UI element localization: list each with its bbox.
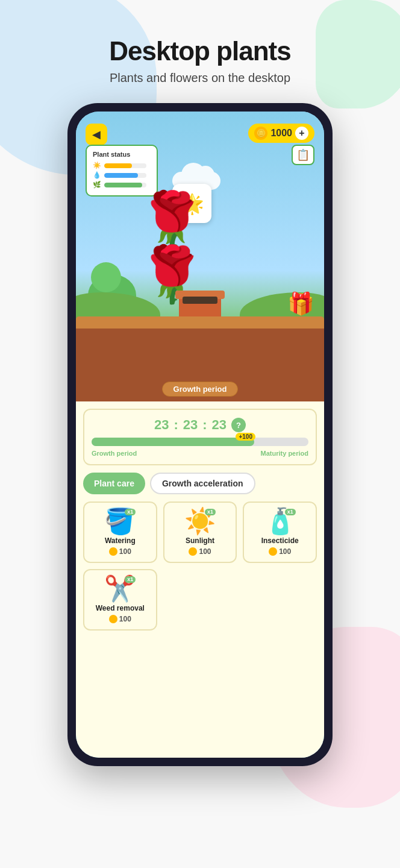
growth-period-label: Growth period bbox=[162, 382, 239, 397]
plant-container: 🌹🌹 bbox=[138, 193, 262, 329]
watering-name: Watering bbox=[105, 536, 136, 545]
items-grid: 🪣 x1 Watering 100 ☀️ x1 Sunlight bbox=[83, 502, 317, 563]
plant-bar-bg bbox=[104, 183, 146, 187]
list-icon[interactable]: 📋 bbox=[292, 145, 314, 165]
insecticide-price: 100 bbox=[269, 547, 291, 556]
help-button[interactable]: ? bbox=[231, 418, 246, 432]
water-bar-bg bbox=[104, 173, 146, 178]
insecticide-price-value: 100 bbox=[279, 547, 291, 556]
watering-badge: x1 bbox=[125, 509, 136, 515]
sun-bar-bg bbox=[104, 163, 146, 168]
back-icon: ◀ bbox=[92, 128, 101, 141]
item-sunlight[interactable]: ☀️ x1 Sunlight 100 bbox=[163, 502, 237, 563]
item-insecticide[interactable]: 🧴 x1 Insecticide 100 bbox=[243, 502, 317, 563]
tab-plant-care[interactable]: Plant care bbox=[83, 473, 145, 494]
insecticide-icon-container: 🧴 x1 bbox=[264, 509, 296, 534]
sunlight-coin-icon bbox=[189, 547, 197, 556]
status-row-plant: 🌿 bbox=[93, 181, 151, 189]
timer-hours: 23 bbox=[154, 417, 169, 433]
sun-status-icon: ☀️ bbox=[93, 162, 101, 169]
back-button[interactable]: ◀ bbox=[86, 124, 107, 145]
progress-bar-container: +100 bbox=[92, 438, 308, 446]
bottom-panel: 23 : 23 : 23 ? +100 Growth period Maturi… bbox=[76, 401, 324, 758]
plant-status-icon: 🌿 bbox=[93, 181, 101, 189]
timer-seconds: 23 bbox=[212, 417, 227, 433]
plant-status-panel: Plant status ☀️ 💧 🌿 bbox=[86, 145, 158, 197]
app-subtitle: Plants and flowers on the desktop bbox=[0, 71, 400, 85]
weed-removal-price: 100 bbox=[109, 615, 131, 623]
insecticide-badge: x1 bbox=[285, 509, 296, 515]
sunlight-icon-container: ☀️ x1 bbox=[184, 509, 216, 534]
game-scene: ◀ 🪙 1000 + Plant status ☀️ 💧 bbox=[76, 112, 324, 377]
weed-removal-icon-container: ✂️ x1 bbox=[104, 576, 136, 602]
gift-icon[interactable]: 🎁 bbox=[287, 291, 314, 316]
plant-status-title: Plant status bbox=[93, 151, 151, 158]
timer-sep2: : bbox=[202, 417, 207, 433]
item-weed-removal[interactable]: ✂️ x1 Weed removal 100 bbox=[83, 569, 157, 631]
watering-coin-icon bbox=[109, 547, 117, 556]
coin-amount: 1000 bbox=[270, 128, 292, 139]
items-bottom-row: ✂️ x1 Weed removal 100 bbox=[83, 569, 317, 631]
phone-mockup: ◀ 🪙 1000 + Plant status ☀️ 💧 bbox=[67, 103, 333, 766]
timer-minutes: 23 bbox=[183, 417, 198, 433]
sun-bar-fill bbox=[104, 163, 132, 168]
water-bar-fill bbox=[104, 173, 138, 178]
item-watering[interactable]: 🪣 x1 Watering 100 bbox=[83, 502, 157, 563]
weed-removal-name: Weed removal bbox=[96, 604, 145, 612]
sunlight-price-value: 100 bbox=[199, 547, 211, 556]
plant-bar-fill bbox=[104, 183, 142, 187]
insecticide-name: Insecticide bbox=[261, 536, 299, 545]
phone-inner: ◀ 🪙 1000 + Plant status ☀️ 💧 bbox=[76, 112, 324, 758]
label-maturity: Maturity period bbox=[261, 450, 308, 457]
weed-removal-badge: x1 bbox=[125, 576, 136, 583]
watering-price: 100 bbox=[109, 547, 131, 556]
progress-bonus: +100 bbox=[236, 433, 255, 441]
weed-removal-coin-icon bbox=[109, 615, 117, 623]
sunlight-price: 100 bbox=[189, 547, 211, 556]
status-row-sun: ☀️ bbox=[93, 162, 151, 169]
status-row-water: 💧 bbox=[93, 171, 151, 179]
coins-display: 🪙 1000 + bbox=[248, 124, 314, 143]
progress-bar-fill: +100 bbox=[92, 438, 254, 446]
water-status-icon: 💧 bbox=[93, 171, 101, 179]
sunlight-name: Sunlight bbox=[186, 536, 214, 545]
timer-section: 23 : 23 : 23 ? +100 Growth period Maturi… bbox=[83, 409, 317, 465]
timer-display: 23 : 23 : 23 ? bbox=[92, 417, 308, 433]
desk bbox=[76, 326, 324, 377]
insecticide-coin-icon bbox=[269, 547, 277, 556]
flowers: 🌹🌹 bbox=[138, 193, 262, 301]
tabs: Plant care Growth acceleration bbox=[83, 473, 317, 494]
add-coins-button[interactable]: + bbox=[295, 127, 308, 140]
app-title: Desktop plants bbox=[0, 36, 400, 66]
weed-removal-price-value: 100 bbox=[119, 615, 131, 623]
growth-bar-section: Growth period bbox=[76, 377, 324, 401]
label-growth: Growth period bbox=[92, 450, 137, 457]
pot-soil bbox=[183, 297, 217, 304]
watering-icon-container: 🪣 x1 bbox=[104, 509, 136, 534]
sunlight-badge: x1 bbox=[205, 509, 216, 515]
watering-price-value: 100 bbox=[119, 547, 131, 556]
coin-icon: 🪙 bbox=[254, 127, 267, 140]
timer-sep1: : bbox=[173, 417, 178, 433]
progress-labels: Growth period Maturity period bbox=[92, 450, 308, 457]
tab-growth-acceleration[interactable]: Growth acceleration bbox=[150, 473, 255, 494]
header: Desktop plants Plants and flowers on the… bbox=[0, 0, 400, 85]
